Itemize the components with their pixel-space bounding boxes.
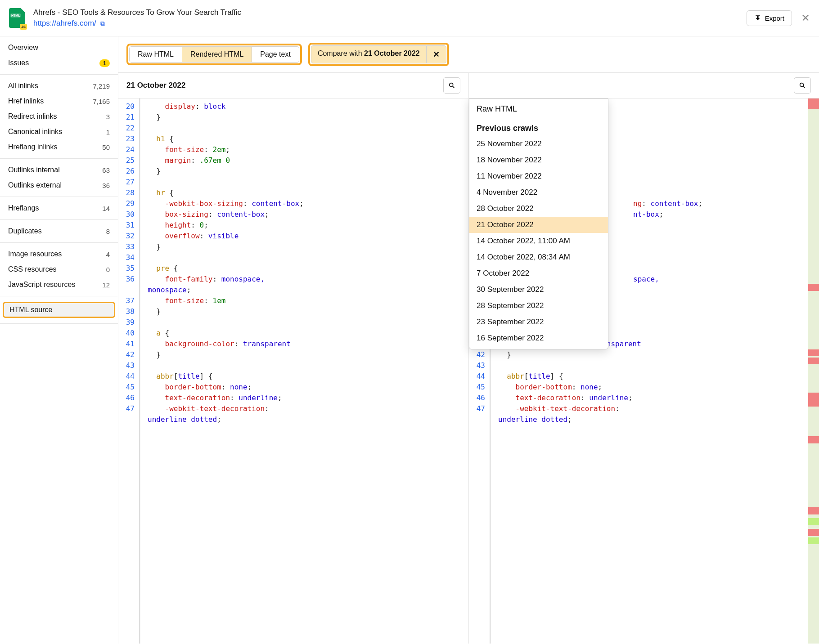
issues-badge: 1 (99, 59, 110, 67)
sidebar-item-count: 50 (102, 143, 110, 151)
page-url[interactable]: https://ahrefs.com/ ⧉ (33, 19, 747, 28)
crawl-option[interactable]: 25 November 2022 (469, 136, 608, 152)
sidebar-item[interactable]: CSS resources0 (0, 262, 118, 277)
sidebar-item-label: Href inlinks (8, 97, 44, 105)
svg-point-0 (450, 83, 453, 87)
left-pane-title: 21 October 2022 (126, 81, 443, 90)
sidebar-item-count: 12 (102, 281, 110, 289)
sidebar-item-label: Hreflangs (8, 204, 39, 212)
search-right-button[interactable] (794, 77, 811, 94)
sidebar-item[interactable]: Hreflangs14 (0, 201, 118, 216)
dropdown-raw-html[interactable]: Raw HTML (469, 99, 608, 119)
svg-point-2 (800, 83, 804, 87)
file-html-js-icon (9, 8, 25, 28)
sidebar-item[interactable]: JavaScript resources12 (0, 277, 118, 292)
page-header: Ahrefs - SEO Tools & Resources To Grow Y… (0, 0, 819, 36)
sidebar-item-label: CSS resources (8, 265, 57, 273)
code-lines-left[interactable]: display: block } h1 { font-size: 2em; ma… (140, 98, 468, 644)
crawl-option[interactable]: 11 November 2022 (469, 168, 608, 184)
view-tabs-highlight: Raw HTMLRendered HTMLPage text (126, 44, 302, 65)
sidebar-item-count: 14 (102, 205, 110, 212)
crawl-option[interactable]: 23 September 2022 (469, 314, 608, 330)
sidebar-item[interactable]: Outlinks internal63 (0, 162, 118, 178)
sidebar-item[interactable]: Overview (0, 40, 118, 55)
svg-line-3 (803, 86, 805, 88)
compare-prefix: Compare with (318, 49, 364, 57)
crawl-option[interactable]: 30 September 2022 (469, 282, 608, 298)
crawl-option[interactable]: 4 November 2022 (469, 184, 608, 201)
sidebar-item-label: Overview (8, 44, 38, 52)
compare-label[interactable]: Compare with 21 October 2022 (311, 46, 427, 63)
main: Raw HTMLRendered HTMLPage text Compare w… (118, 36, 819, 644)
crawl-option[interactable]: 21 October 2022 (469, 217, 608, 233)
sidebar-item[interactable]: Redirect inlinks3 (0, 109, 118, 124)
sidebar-item-count: 36 (102, 182, 110, 189)
view-tab[interactable]: Page text (252, 47, 299, 62)
header-actions: Export ✕ (747, 10, 810, 26)
sidebar-item-label: Image resources (8, 250, 62, 258)
sidebar-item[interactable]: Duplicates8 (0, 224, 118, 239)
crawl-option[interactable]: 7 October 2022 (469, 265, 608, 282)
sidebar-item-label: Outlinks internal (8, 166, 60, 174)
search-left-button[interactable] (443, 77, 460, 94)
subheader: 21 October 2022 (118, 72, 819, 98)
left-pane-header: 21 October 2022 (118, 73, 469, 98)
gutter-left: 2021222324252627282930313233343536373839… (118, 98, 140, 644)
svg-line-1 (453, 86, 454, 88)
crawl-option[interactable]: 28 October 2022 (469, 201, 608, 217)
sidebar-item-label: Hreflang inlinks (8, 143, 57, 151)
sidebar-item-count: 63 (102, 166, 110, 174)
sidebar-item-count: 8 (106, 228, 110, 235)
crawl-dropdown[interactable]: Raw HTML Previous crawls 25 November 202… (469, 98, 608, 349)
toolbar: Raw HTMLRendered HTMLPage text Compare w… (118, 36, 819, 72)
view-tab[interactable]: Raw HTML (130, 47, 182, 62)
sidebar-item[interactable]: Canonical inlinks1 (0, 124, 118, 139)
close-icon[interactable]: ✕ (801, 12, 810, 24)
page-url-text: https://ahrefs.com/ (33, 19, 96, 27)
dropdown-section-title: Previous crawls (469, 119, 608, 136)
compare-control[interactable]: Compare with 21 October 2022 ✕ (311, 45, 446, 63)
sidebar-item-label: JavaScript resources (8, 281, 75, 289)
sidebar: OverviewIssues1All inlinks7,219Href inli… (0, 36, 118, 644)
sidebar-item-count: 0 (106, 266, 110, 273)
crawl-option[interactable]: 14 October 2022, 11:00 AM (469, 233, 608, 249)
sidebar-item-label: Outlinks external (8, 181, 62, 189)
crawl-option[interactable]: 16 September 2022 (469, 330, 608, 346)
code-pane-left[interactable]: 2021222324252627282930313233343536373839… (118, 98, 469, 644)
sidebar-item[interactable]: Image resources4 (0, 246, 118, 262)
export-label: Export (765, 14, 784, 22)
crawl-option[interactable]: 18 November 2022 (469, 152, 608, 168)
sidebar-item-count: 4 (106, 250, 110, 258)
view-tabs: Raw HTMLRendered HTMLPage text (129, 46, 299, 63)
crawl-option[interactable]: 14 October 2022, 08:34 AM (469, 249, 608, 265)
search-icon (799, 82, 806, 89)
sidebar-item-count: 7,219 (93, 82, 110, 90)
sidebar-item-label: Redirect inlinks (8, 112, 57, 121)
sidebar-item[interactable]: Href inlinks7,165 (0, 94, 118, 109)
code-area: 2021222324252627282930313233343536373839… (118, 98, 819, 644)
sidebar-item[interactable]: Outlinks external36 (0, 178, 118, 193)
compare-date: 21 October 2022 (364, 49, 420, 57)
export-button[interactable]: Export (747, 10, 792, 26)
minimap[interactable] (808, 98, 819, 644)
right-pane-header (469, 73, 819, 98)
sidebar-item-count: 3 (106, 113, 110, 121)
sidebar-item-label: Canonical inlinks (8, 128, 62, 136)
sidebar-item-label: All inlinks (8, 82, 38, 90)
sidebar-item-label: HTML source (9, 306, 52, 314)
download-icon (754, 14, 761, 22)
page-title: Ahrefs - SEO Tools & Resources To Grow Y… (33, 8, 747, 17)
sidebar-item[interactable]: Hreflang inlinks50 (0, 139, 118, 155)
view-tab[interactable]: Rendered HTML (182, 47, 252, 62)
external-link-icon: ⧉ (100, 20, 105, 27)
crawl-option[interactable]: 28 September 2022 (469, 298, 608, 314)
compare-close-icon[interactable]: ✕ (427, 46, 446, 63)
sidebar-item[interactable]: All inlinks7,219 (0, 78, 118, 94)
sidebar-item-count: 1 (106, 128, 110, 136)
sidebar-item-label: Duplicates (8, 227, 42, 235)
sidebar-item-count: 7,165 (93, 98, 110, 105)
compare-highlight: Compare with 21 October 2022 ✕ (308, 43, 449, 66)
sidebar-item[interactable]: HTML source (3, 302, 115, 318)
search-icon (448, 82, 455, 89)
sidebar-item[interactable]: Issues1 (0, 55, 118, 71)
